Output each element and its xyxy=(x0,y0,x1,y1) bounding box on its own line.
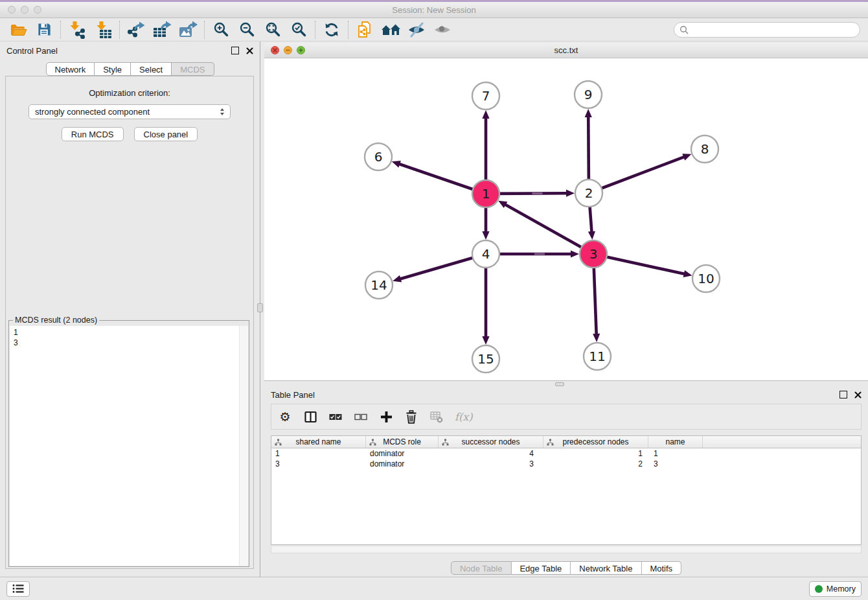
search-input[interactable] xyxy=(692,24,854,35)
zoom-selected-button[interactable] xyxy=(287,20,310,40)
graph-edge-arrowhead xyxy=(683,270,692,277)
window-minimize-button[interactable] xyxy=(21,6,29,14)
function-icon: f(x) xyxy=(455,411,472,423)
close-panel-icon[interactable] xyxy=(854,391,862,398)
cell-shared-name[interactable]: 3 xyxy=(271,459,366,468)
node-table[interactable]: shared name MCDS role xyxy=(271,435,862,545)
cell-mcds-role[interactable]: dominator xyxy=(366,449,439,458)
first-neighbors-button[interactable] xyxy=(379,20,402,40)
cell-predecessor-nodes[interactable]: 1 xyxy=(543,449,648,458)
network-graph: 1234678910111415 xyxy=(264,58,868,380)
toggle-panel-mode-button[interactable] xyxy=(303,411,317,423)
tab-network-table[interactable]: Network Table xyxy=(571,561,641,575)
hide-selected-button[interactable] xyxy=(405,20,428,40)
float-panel-button[interactable] xyxy=(231,47,239,54)
tab-mcds[interactable]: MCDS xyxy=(172,62,214,76)
criterion-select[interactable]: strongly connected component xyxy=(29,104,231,119)
edge-label-mark xyxy=(532,192,542,194)
add-row-button[interactable] xyxy=(379,411,393,423)
tab-network[interactable]: Network xyxy=(45,62,95,76)
tab-select[interactable]: Select xyxy=(131,62,172,76)
column-header-predecessor-nodes[interactable]: predecessor nodes xyxy=(543,436,648,448)
float-panel-button[interactable] xyxy=(839,391,847,398)
toolbar-separator xyxy=(204,21,205,39)
column-type-icon xyxy=(442,439,449,446)
cell-successor-nodes[interactable]: 4 xyxy=(439,449,543,458)
graph-edge-arrowhead xyxy=(593,334,600,342)
tab-node-table[interactable]: Node Table xyxy=(451,561,512,575)
show-all-button[interactable] xyxy=(431,20,454,40)
select-all-button[interactable] xyxy=(328,411,343,422)
select-spinner-icon xyxy=(220,108,224,115)
column-label: shared name xyxy=(295,437,341,446)
eye-icon xyxy=(433,22,451,38)
column-header-successor-nodes[interactable]: successor nodes xyxy=(439,436,543,448)
table-horizontal-scrollbar[interactable] xyxy=(271,546,862,553)
close-panel-button[interactable]: Close panel xyxy=(134,127,198,141)
cell-mcds-role[interactable]: dominator xyxy=(366,459,439,468)
network-zoom-button[interactable] xyxy=(297,46,305,54)
delete-table-button[interactable] xyxy=(429,411,444,423)
column-header-name[interactable]: name xyxy=(648,436,703,448)
panel-splitter-horizontal[interactable] xyxy=(264,380,868,387)
window-zoom-button[interactable] xyxy=(34,6,41,14)
column-settings-button[interactable]: ⚙ xyxy=(278,411,292,423)
main-area: Control Panel Network Style Select MCDS … xyxy=(0,41,868,577)
result-node: 1 xyxy=(14,327,248,338)
splitter-grip[interactable] xyxy=(555,382,564,386)
import-network-button[interactable] xyxy=(65,20,89,40)
tab-motifs[interactable]: Motifs xyxy=(641,561,681,575)
window-close-button[interactable] xyxy=(8,6,16,14)
graph-edge-2-8[interactable] xyxy=(589,157,684,193)
result-scrollbar[interactable] xyxy=(239,326,248,566)
column-header-mcds-role[interactable]: MCDS role xyxy=(366,436,439,448)
export-network-button[interactable] xyxy=(124,20,148,40)
open-session-button[interactable] xyxy=(6,20,30,40)
task-history-button[interactable] xyxy=(6,581,30,597)
delete-row-button[interactable] xyxy=(404,410,418,424)
minimize-glyph-icon xyxy=(286,48,290,52)
columns-icon xyxy=(304,411,317,423)
unchecked-boxes-icon xyxy=(354,411,367,422)
export-image-button[interactable] xyxy=(176,20,200,40)
zoom-in-button[interactable] xyxy=(209,20,233,40)
cell-name[interactable]: 1 xyxy=(648,449,703,458)
cell-name[interactable]: 3 xyxy=(648,459,703,468)
import-table-button[interactable] xyxy=(91,20,115,40)
export-network-icon xyxy=(127,21,145,39)
close-panel-icon[interactable] xyxy=(246,47,253,54)
tab-style[interactable]: Style xyxy=(95,62,131,76)
graph-edge-arrowhead xyxy=(585,109,592,117)
cell-shared-name[interactable]: 1 xyxy=(271,449,366,458)
table-row[interactable]: 1 dominator 4 1 1 xyxy=(271,448,861,459)
column-header-shared-name[interactable]: shared name xyxy=(271,436,366,448)
graph-edge-3-1[interactable] xyxy=(505,205,593,254)
mcds-result-list[interactable]: 1 3 xyxy=(10,326,248,566)
graph-node-label: 10 xyxy=(698,271,714,286)
save-session-button[interactable] xyxy=(32,20,56,40)
export-table-button[interactable] xyxy=(150,20,174,40)
apply-function-button[interactable]: f(x) xyxy=(455,411,472,423)
splitter-grip[interactable] xyxy=(257,303,263,312)
network-canvas[interactable]: 1234678910111415 xyxy=(264,58,868,380)
deselect-all-button[interactable] xyxy=(354,411,368,422)
refresh-layout-button[interactable] xyxy=(320,20,343,40)
search-box[interactable] xyxy=(674,22,860,38)
table-row[interactable]: 3 dominator 3 2 3 xyxy=(271,459,861,469)
network-minimize-button[interactable] xyxy=(284,46,292,54)
cell-predecessor-nodes[interactable]: 2 xyxy=(543,459,648,468)
control-panel-header: Control Panel xyxy=(0,41,260,60)
network-window-title: scc.txt xyxy=(264,45,868,55)
delete-table-icon xyxy=(430,411,443,423)
graph-edge-arrowhead xyxy=(392,161,401,168)
clone-network-button[interactable] xyxy=(353,20,376,40)
memory-button[interactable]: Memory xyxy=(809,581,862,597)
network-window-titlebar: scc.txt xyxy=(264,43,868,58)
zoom-fit-button[interactable] xyxy=(261,20,284,40)
cell-successor-nodes[interactable]: 3 xyxy=(439,459,543,468)
run-mcds-button[interactable]: Run MCDS xyxy=(62,127,124,141)
network-close-button[interactable] xyxy=(271,46,279,54)
zoom-out-button[interactable] xyxy=(235,20,258,40)
column-type-icon xyxy=(275,439,282,446)
tab-edge-table[interactable]: Edge Table xyxy=(511,561,571,575)
